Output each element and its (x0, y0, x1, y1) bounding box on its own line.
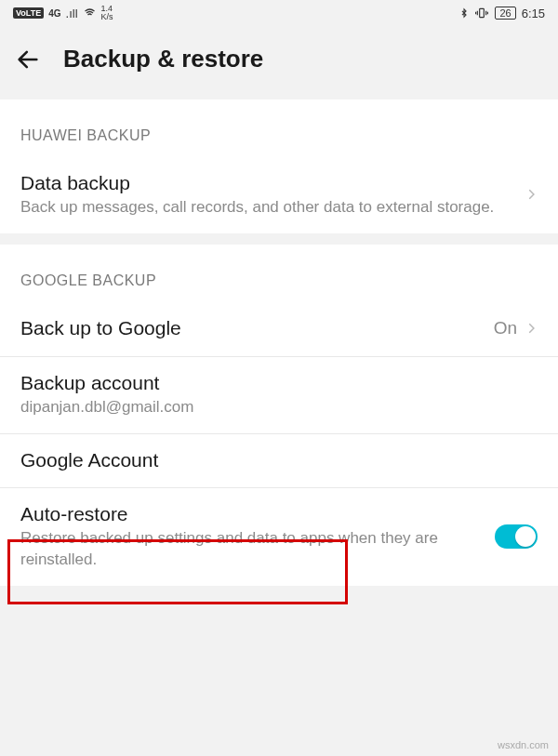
svg-rect-0 (480, 8, 485, 17)
vibrate-icon (474, 7, 489, 20)
section-header-huawei: HUAWEI BACKUP (0, 99, 558, 157)
back-up-google-value: On (494, 318, 517, 338)
status-bar: VoLTE 4G .ıll 1.4K/s 26 6:15 (0, 0, 558, 26)
chevron-right-icon (525, 318, 538, 338)
google-account-title: Google Account (20, 447, 538, 472)
network-speed: 1.4K/s (101, 5, 113, 21)
signal-icon: .ıll (66, 7, 78, 20)
section-huawei-backup: HUAWEI BACKUP Data backup Back up messag… (0, 99, 558, 233)
app-bar: Backup & restore (0, 26, 558, 99)
back-up-google-title: Back up to Google (20, 315, 494, 340)
item-data-backup[interactable]: Data backup Back up messages, call recor… (0, 157, 558, 233)
item-google-account[interactable]: Google Account (0, 434, 558, 488)
status-left: VoLTE 4G .ıll 1.4K/s (13, 5, 113, 21)
data-backup-title: Data backup (20, 170, 525, 195)
section-header-google: GOOGLE BACKUP (0, 245, 558, 302)
auto-restore-subtitle: Restore backed up settings and data to a… (20, 528, 495, 571)
network-type: 4G (48, 8, 60, 19)
battery-indicator: 26 (495, 7, 515, 20)
wifi-icon (83, 7, 97, 19)
chevron-right-icon (525, 184, 538, 205)
auto-restore-toggle[interactable] (495, 524, 538, 549)
page-title: Backup & restore (63, 45, 263, 73)
back-icon[interactable] (15, 46, 41, 73)
backup-account-email: dipanjan.dbl@gmail.com (20, 397, 538, 418)
status-right: 26 6:15 (459, 7, 545, 20)
backup-account-title: Backup account (20, 370, 538, 395)
watermark: wsxdn.com (498, 739, 549, 750)
auto-restore-title: Auto-restore (20, 501, 495, 526)
section-google-backup: GOOGLE BACKUP Back up to Google On Backu… (0, 245, 558, 586)
bluetooth-icon (459, 7, 469, 20)
data-backup-subtitle: Back up messages, call records, and othe… (20, 197, 525, 219)
clock: 6:15 (522, 7, 545, 20)
item-auto-restore[interactable]: Auto-restore Restore backed up settings … (0, 488, 558, 586)
volte-badge: VoLTE (13, 7, 44, 19)
item-back-up-to-google[interactable]: Back up to Google On (0, 302, 558, 356)
item-backup-account[interactable]: Backup account dipanjan.dbl@gmail.com (0, 357, 558, 434)
